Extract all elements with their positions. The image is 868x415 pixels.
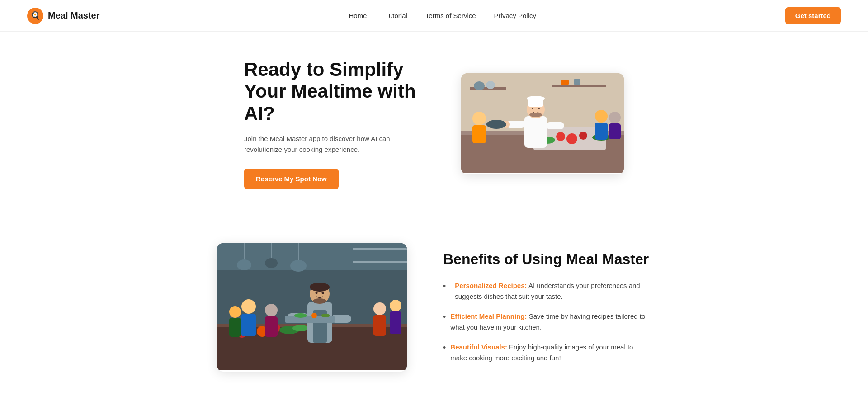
hero-image xyxy=(461,73,624,174)
nav-privacy[interactable]: Privacy Policy xyxy=(494,12,536,19)
hero-subtitle: Join the Meal Master app to discover how… xyxy=(244,133,425,155)
svg-point-58 xyxy=(316,292,318,294)
benefit-item-1: Personalized Recipes: AI understands you… xyxy=(443,280,651,302)
svg-rect-33 xyxy=(609,123,621,139)
reserve-spot-button[interactable]: Reserve My Spot Now xyxy=(244,169,339,189)
navbar: 🍳 Meal Master Home Tutorial Terms of Ser… xyxy=(0,0,868,32)
svg-point-56 xyxy=(310,283,330,292)
benefits-title: Benefits of Using Meal Master xyxy=(443,251,651,268)
svg-point-19 xyxy=(527,96,545,101)
benefit-label-3: Beautiful Visuals: xyxy=(450,343,507,351)
svg-point-59 xyxy=(322,292,324,294)
benefit-item-3: Beautiful Visuals: Enjoy high-quality im… xyxy=(443,342,651,363)
hero-title: Ready to Simplify Your Mealtime with AI? xyxy=(244,59,425,124)
hero-content: Ready to Simplify Your Mealtime with AI?… xyxy=(244,59,425,189)
svg-point-42 xyxy=(290,260,307,272)
svg-point-12 xyxy=(566,133,577,144)
svg-rect-6 xyxy=(561,80,569,85)
svg-point-11 xyxy=(556,132,565,141)
svg-point-66 xyxy=(241,299,256,314)
get-started-button[interactable]: Get started xyxy=(785,7,841,24)
logo-area: 🍳 Meal Master xyxy=(27,8,100,24)
svg-rect-69 xyxy=(265,316,278,337)
svg-point-4 xyxy=(474,81,485,90)
benefits-content: Benefits of Using Meal Master Personaliz… xyxy=(443,251,651,363)
svg-point-28 xyxy=(472,112,486,125)
svg-point-22 xyxy=(529,113,542,117)
nav-links: Home Tutorial Terms of Service Privacy P… xyxy=(349,12,536,20)
logo-text: Meal Master xyxy=(48,10,100,21)
svg-rect-31 xyxy=(595,123,608,140)
benefits-list: Personalized Recipes: AI understands you… xyxy=(443,280,651,363)
svg-point-40 xyxy=(265,258,278,268)
svg-rect-7 xyxy=(574,79,580,85)
svg-point-30 xyxy=(595,110,608,123)
svg-point-52 xyxy=(292,325,309,331)
svg-rect-73 xyxy=(373,315,386,336)
nav-home[interactable]: Home xyxy=(349,12,367,19)
svg-rect-16 xyxy=(524,116,547,148)
svg-point-21 xyxy=(538,108,540,109)
svg-point-13 xyxy=(579,132,587,140)
svg-point-38 xyxy=(237,259,251,270)
svg-point-63 xyxy=(294,313,307,318)
svg-point-5 xyxy=(486,81,495,89)
svg-rect-29 xyxy=(472,125,486,143)
svg-point-70 xyxy=(229,306,241,318)
benefits-cooking-scene xyxy=(217,243,407,370)
svg-rect-44 xyxy=(353,261,407,263)
svg-point-57 xyxy=(313,298,326,304)
benefit-label-1: Personalized Recipes: xyxy=(455,282,527,289)
svg-rect-67 xyxy=(241,314,256,336)
svg-point-74 xyxy=(390,300,401,311)
nav-tutorial[interactable]: Tutorial xyxy=(385,12,407,19)
svg-rect-75 xyxy=(390,311,401,334)
svg-point-72 xyxy=(373,302,386,315)
benefits-section: Benefits of Using Meal Master Personaliz… xyxy=(118,225,750,408)
svg-point-64 xyxy=(311,313,317,318)
svg-rect-27 xyxy=(486,122,506,127)
svg-rect-24 xyxy=(546,122,564,129)
svg-rect-71 xyxy=(229,318,241,337)
svg-point-68 xyxy=(265,304,278,316)
logo-icon: 🍳 xyxy=(27,8,43,24)
hero-cooking-scene xyxy=(461,73,624,173)
svg-point-20 xyxy=(532,108,533,109)
hero-section: Ready to Simplify Your Mealtime with AI?… xyxy=(118,32,750,225)
benefits-image xyxy=(217,243,407,372)
benefit-label-2: Efficient Meal Planning: xyxy=(450,312,527,320)
svg-rect-43 xyxy=(353,248,407,250)
nav-terms[interactable]: Terms of Service xyxy=(425,12,476,19)
benefit-item-2: Efficient Meal Planning: Save time by ha… xyxy=(443,311,651,333)
svg-point-32 xyxy=(609,112,621,123)
svg-point-65 xyxy=(321,314,330,317)
